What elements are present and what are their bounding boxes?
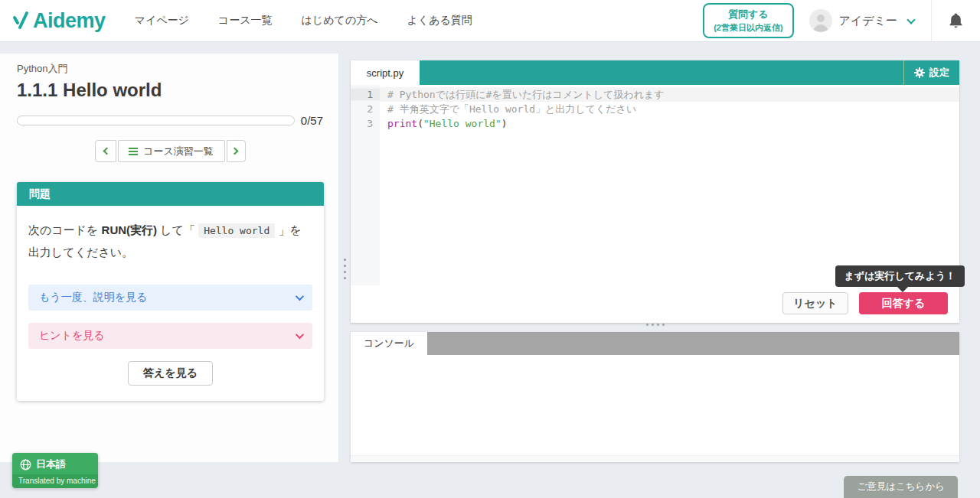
nav-link-beginners[interactable]: はじめての方へ	[302, 14, 378, 28]
nav-links: マイページ コース一覧 はじめての方へ よくある質問	[135, 14, 501, 28]
instruction-prefix: 次のコードを	[28, 223, 102, 236]
aidemy-logo-icon	[11, 9, 31, 32]
code-line-2: 2 # 半角英文字で「Hello world」と出力してください	[351, 102, 959, 116]
exercise-nav: コース演習一覧	[17, 140, 323, 162]
run-tooltip-arrow	[897, 287, 908, 292]
problem-card: 問題 次のコードを RUN(実行) して「 Hello world 」を出力して…	[17, 182, 324, 401]
console-tab[interactable]: コンソール	[351, 332, 427, 355]
navbar: Aidemy マイページ コース一覧 はじめての方へ よくある質問 質問する (…	[0, 0, 980, 42]
instruction-code-chip: Hello world	[198, 223, 275, 238]
hint-toggle-label: ヒントを見る	[39, 329, 105, 343]
line-number: 2	[351, 103, 380, 115]
notifications-button[interactable]	[932, 13, 980, 29]
console-header: コンソール	[351, 332, 959, 355]
reset-button[interactable]: リセット	[782, 292, 848, 314]
chevron-down-icon[interactable]	[906, 15, 915, 24]
language-label: 日本語	[36, 457, 66, 471]
console-panel: コンソール	[351, 332, 959, 462]
lesson-panel: Python入門 1.1.1 Hello world 0/57 コース演習一覧 …	[0, 54, 339, 462]
nav-link-mypage[interactable]: マイページ	[135, 14, 189, 28]
progress-label: 0/57	[301, 114, 323, 127]
settings-label: 設定	[929, 66, 949, 80]
user-icon	[809, 9, 832, 32]
ask-question-sublabel: (2営業日以内返信)	[714, 22, 782, 34]
language-badge[interactable]: 日本語 Translated by machine	[12, 453, 98, 488]
progress-bar	[17, 116, 295, 125]
hint-toggle[interactable]: ヒントを見る	[28, 323, 312, 349]
language-badge-top: 日本語	[12, 453, 98, 474]
editor-tab-scriptpy[interactable]: script.py	[351, 60, 420, 85]
code-comment: # Pythonでは行頭に#を置いた行はコメントして扱われます	[380, 88, 665, 102]
submit-button[interactable]: 回答する	[859, 292, 948, 314]
translated-note: Translated by machine	[12, 474, 98, 488]
list-icon	[129, 148, 138, 155]
chevron-right-icon	[231, 148, 239, 155]
explain-toggle-label: もう一度、説明を見る	[39, 291, 147, 304]
console-output	[351, 355, 959, 455]
editor-header-bar: 設定	[420, 60, 959, 85]
show-answer-button[interactable]: 答えを見る	[128, 361, 213, 386]
nav-link-courses[interactable]: コース一覧	[218, 14, 273, 28]
code-statement: print("Hello world")	[380, 118, 508, 129]
code-paren-close: )	[501, 118, 508, 129]
problem-card-body: 次のコードを RUN(実行) して「 Hello world 」を出力してくださ…	[17, 206, 324, 401]
instruction-run-bold: RUN(実行)	[102, 223, 158, 236]
exercise-list-label: コース演習一覧	[143, 145, 214, 158]
prev-exercise-button[interactable]	[95, 140, 116, 162]
console-footer	[351, 455, 959, 462]
editor-body[interactable]: 1 # Pythonでは行頭に#を置いた行はコメントして扱われます 2 # 半角…	[351, 85, 959, 285]
line-number: 1	[351, 89, 380, 100]
course-title: Python入門	[17, 62, 323, 76]
lesson-title: 1.1.1 Hello world	[17, 80, 323, 101]
navbar-right: 質問する (2営業日以内返信) アイデミー	[703, 0, 980, 41]
console-header-bar	[427, 332, 959, 355]
editor-header: script.py 設定	[351, 60, 959, 85]
code-paren-open: (	[417, 118, 423, 129]
editor-footer: リセット 回答する	[782, 292, 948, 314]
progress-row: 0/57	[17, 114, 323, 127]
settings-button[interactable]: 設定	[903, 60, 959, 85]
globe-icon	[20, 459, 31, 470]
chevron-down-icon	[296, 291, 304, 300]
user-name[interactable]: アイデミー	[839, 14, 897, 28]
code-comment: # 半角英文字で「Hello world」と出力してください	[380, 103, 636, 116]
explain-toggle[interactable]: もう一度、説明を見る	[28, 285, 312, 311]
aidemy-logo[interactable]: Aidemy	[11, 9, 106, 33]
ask-question-label: 質問する	[714, 8, 782, 21]
code-keyword: print	[387, 118, 417, 129]
avatar[interactable]	[809, 9, 832, 32]
code-editor: script.py 設定	[351, 60, 959, 323]
exercise-list-button[interactable]: コース演習一覧	[118, 140, 225, 162]
chevron-left-icon	[103, 148, 110, 155]
next-exercise-button[interactable]	[227, 140, 246, 162]
logo-text: Aidemy	[33, 9, 106, 33]
code-line-1: 1 # Pythonでは行頭に#を置いた行はコメントして扱われます	[351, 87, 959, 102]
code-string: "Hello world"	[423, 118, 501, 129]
panel-splitter-handle[interactable]	[344, 259, 346, 279]
code-lines: 1 # Pythonでは行頭に#を置いた行はコメントして扱われます 2 # 半角…	[351, 85, 959, 131]
bell-icon	[949, 13, 963, 29]
problem-instruction: 次のコードを RUN(実行) して「 Hello world 」を出力してくださ…	[28, 219, 312, 264]
console-splitter-handle[interactable]	[351, 324, 959, 326]
chevron-down-icon	[296, 330, 304, 338]
problem-card-header: 問題	[17, 182, 324, 206]
feedback-button[interactable]: ご意見はこちらから	[844, 476, 958, 498]
code-line-3: 3 print("Hello world")	[351, 116, 959, 131]
line-number: 3	[351, 118, 380, 129]
run-tooltip: まずは実行してみよう！	[835, 265, 965, 287]
gear-icon	[914, 67, 925, 78]
ask-question-button[interactable]: 質問する (2営業日以内返信)	[703, 3, 793, 38]
instruction-mid: して「	[157, 223, 198, 236]
nav-link-faq[interactable]: よくある質問	[407, 14, 472, 28]
